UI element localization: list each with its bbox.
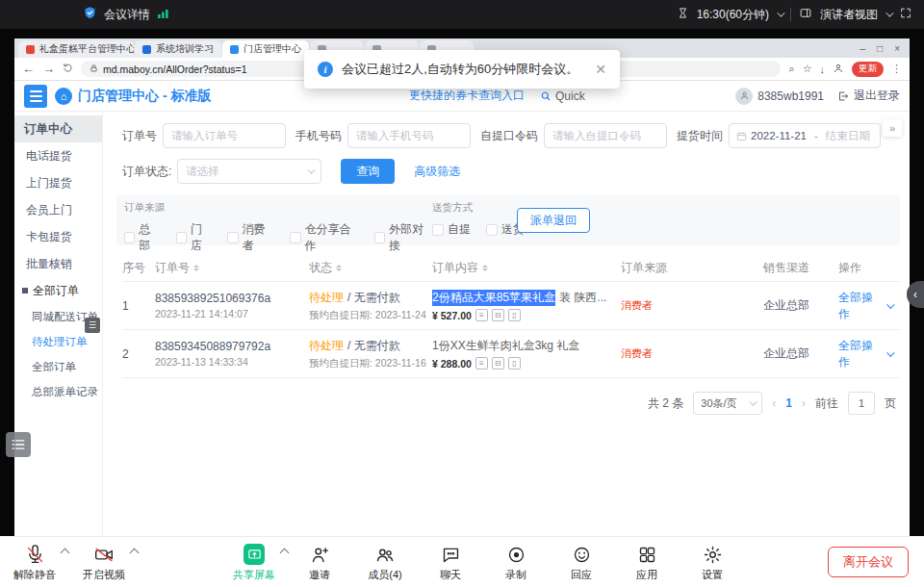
chat-icon	[441, 543, 461, 566]
sidebar-item-card-pickup[interactable]: 卡包提货	[14, 223, 102, 250]
logout-button[interactable]: 退出登录	[837, 88, 900, 104]
advanced-filter-link[interactable]: 高级筛选	[414, 164, 460, 180]
order-status-select[interactable]: 请选择	[177, 159, 321, 184]
view-dropdown-icon[interactable]	[886, 9, 893, 16]
bookmark-star-icon[interactable]: ☆	[803, 63, 812, 75]
start-video-button[interactable]: 开启视频	[83, 543, 125, 582]
col-content[interactable]: 订单内容	[432, 260, 621, 276]
date-range-picker[interactable]: 2022-11-21 - 结束日期	[729, 123, 881, 148]
checkbox-store[interactable]: 门店	[176, 221, 213, 254]
checkbox-external[interactable]: 外部对接	[374, 221, 432, 254]
back-icon[interactable]: ←	[22, 63, 35, 75]
members-button[interactable]: 成员(4)	[364, 543, 406, 582]
all-actions-dropdown[interactable]: 全部操作	[838, 338, 892, 370]
double-arrow-icon[interactable]: »	[883, 119, 902, 137]
phone-input[interactable]	[347, 123, 471, 148]
goto-page-input[interactable]	[848, 392, 875, 415]
page-number[interactable]: 1	[785, 396, 792, 410]
sidebar-collapse-toggle[interactable]: ☰	[85, 318, 100, 333]
note-icon[interactable]: ≡	[475, 357, 488, 370]
chrome-update-button[interactable]: 更新	[852, 62, 884, 77]
download-icon[interactable]: ↓	[820, 64, 826, 75]
gear-icon	[703, 543, 723, 566]
invite-button[interactable]: 邀请	[298, 543, 341, 582]
browser-tab[interactable]: 礼盒蛋糕平台管理中心	[18, 40, 134, 58]
chat-button[interactable]: 聊天	[429, 543, 472, 582]
refresh-icon[interactable]	[63, 63, 73, 75]
view-mode-label[interactable]: 演讲者视图	[820, 7, 878, 23]
sidebar-item-member-visit[interactable]: 会员上门	[14, 196, 102, 223]
coupon-query-link[interactable]: 更快捷的券卡查询入口	[409, 88, 525, 104]
url-text: md.maboy.cn/AllOrder?status=1	[103, 64, 247, 75]
table-row: 1 83859389251069376a 2023-11-21 14:14:07…	[122, 282, 900, 330]
timer-dropdown-icon[interactable]	[777, 9, 784, 16]
profile-icon[interactable]	[833, 63, 844, 76]
sidebar-subitem-hq-dispatch[interactable]: 总部派单记录	[14, 379, 102, 404]
sidebar-group-all-orders[interactable]: 全部订单	[14, 277, 102, 304]
checkbox-consumer[interactable]: 消费者	[227, 221, 274, 254]
reaction-icon	[572, 543, 592, 566]
note-icon[interactable]: ≡	[475, 309, 488, 321]
leave-meeting-button[interactable]: 离开会议	[828, 547, 909, 577]
sort-icon[interactable]	[482, 262, 488, 274]
browser-menu-icon[interactable]: ⋮	[891, 63, 902, 75]
order-no-input[interactable]	[163, 123, 286, 148]
checkbox-warehouse-coop[interactable]: 仓分享合作	[290, 221, 359, 254]
toast-close-icon[interactable]: ✕	[595, 62, 606, 77]
sidebar-subitem-all-orders[interactable]: 全部订单	[14, 354, 102, 379]
forward-icon[interactable]: →	[42, 63, 55, 75]
mobile-icon[interactable]: ▯	[508, 357, 521, 370]
search-button[interactable]: 查询	[341, 159, 395, 184]
window-minimize-icon[interactable]: –	[860, 43, 866, 54]
reaction-button[interactable]: 回应	[560, 543, 603, 582]
camera-options-chevron[interactable]	[130, 549, 140, 558]
window-close-icon[interactable]: ×	[894, 43, 900, 54]
mic-options-chevron[interactable]	[61, 549, 70, 558]
next-page-icon[interactable]: ›	[802, 396, 806, 410]
settings-button[interactable]: 设置	[691, 543, 733, 582]
search-icon[interactable]: ⌕	[788, 63, 794, 75]
sort-icon[interactable]	[336, 262, 342, 274]
unmute-button[interactable]: 解除静音	[13, 543, 56, 582]
checkbox-label: 门店	[191, 221, 212, 254]
page-size-select[interactable]: 30条/页	[693, 392, 762, 415]
dispatch-return-button[interactable]: 派单退回	[517, 208, 590, 233]
meeting-window: 会议详情 16:30(60分钟) 演讲者视图	[0, 0, 924, 587]
checkbox-label: 自提	[448, 221, 471, 238]
floating-list-button[interactable]	[6, 432, 31, 457]
col-status[interactable]: 状态	[309, 260, 432, 276]
pickup-date: 预约自提日期: 2023-11-16	[309, 357, 432, 370]
order-status-label: 订单状态:	[122, 164, 171, 180]
checkbox-icon	[486, 224, 498, 236]
mobile-icon[interactable]: ▯	[508, 309, 521, 321]
browser-tab[interactable]: 系统培训学习	[135, 40, 221, 58]
window-maximize-icon[interactable]: □	[877, 43, 883, 54]
prev-page-icon[interactable]: ‹	[772, 396, 776, 410]
checkbox-self-pickup[interactable]: 自提	[432, 221, 471, 238]
sidebar-section-order-center[interactable]: 订单中心	[14, 115, 102, 142]
print-icon[interactable]: ⊟	[492, 309, 504, 321]
checkbox-label: 外部对接	[389, 221, 432, 254]
apps-button[interactable]: 应用	[626, 543, 668, 582]
quick-search[interactable]: Quick	[540, 89, 585, 103]
sidebar-item-batch-verify[interactable]: 批量核销	[14, 250, 102, 277]
browser-tab-active[interactable]: 门店管理中心	[222, 40, 309, 58]
share-options-chevron[interactable]	[280, 549, 290, 558]
hamburger-menu-icon[interactable]	[24, 85, 47, 108]
checkbox-hq[interactable]: 总部	[124, 221, 161, 254]
fullscreen-icon[interactable]	[899, 7, 912, 22]
share-screen-button[interactable]: 共享屏幕	[233, 543, 275, 582]
total-count: 共 2 条	[648, 396, 683, 412]
sort-icon[interactable]	[193, 262, 199, 274]
main-content: » 订单号 手机号码 自提口令码 提货时间 2022-11-21 - 结束日期	[103, 112, 910, 536]
record-button[interactable]: 录制	[495, 543, 537, 582]
col-order-no[interactable]: 订单号	[155, 260, 309, 276]
print-icon[interactable]: ⊟	[492, 357, 504, 370]
all-actions-dropdown[interactable]: 全部操作	[838, 290, 892, 322]
sidebar-item-door-pickup[interactable]: 上门提货	[14, 169, 102, 196]
user-menu[interactable]: 8385wb1991	[735, 88, 824, 105]
select-placeholder: 请选择	[186, 165, 219, 179]
sidebar-item-phone-pickup[interactable]: 电话提货	[14, 142, 102, 169]
pickup-code-input[interactable]	[544, 123, 667, 148]
meeting-details-link[interactable]: 会议详情	[104, 7, 150, 23]
